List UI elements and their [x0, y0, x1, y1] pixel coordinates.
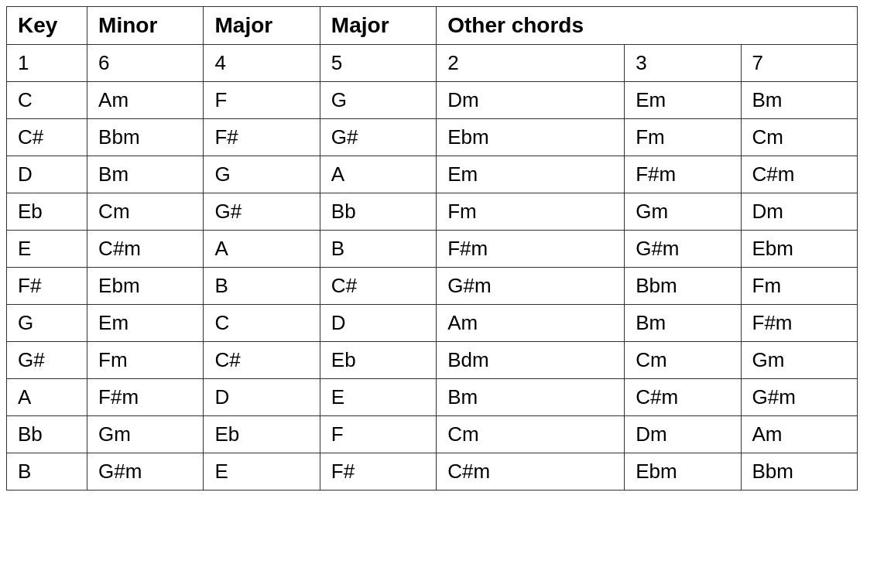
cell-key: G [7, 305, 87, 342]
cell-major2: F [320, 416, 436, 453]
col-header-major2: Major [320, 7, 436, 45]
cell-major2: B [320, 231, 436, 268]
cell-minor: C#m [87, 231, 204, 268]
cell-key: B [7, 453, 87, 491]
cell-major2: Eb [320, 342, 436, 379]
table-row: GEmCDAmBmF#m [7, 305, 858, 342]
cell-major1: B [204, 268, 320, 305]
cell-oc2: F#m [437, 231, 625, 268]
cell-oc3: Dm [625, 416, 741, 453]
cell-oc7: Am [741, 416, 857, 453]
cell-minor: Am [87, 82, 204, 119]
cell-key: E [7, 231, 87, 268]
cell-minor: Bbm [87, 119, 204, 156]
cell-oc3: Em [625, 82, 741, 119]
cell-oc2: C#m [437, 453, 625, 491]
subheader-5: 5 [320, 45, 436, 82]
cell-key: G# [7, 342, 87, 379]
cell-oc7: Ebm [741, 231, 857, 268]
subheader-6: 6 [87, 45, 204, 82]
table-row: CAmFGDmEmBm [7, 82, 858, 119]
subheader-key: 1 [7, 45, 87, 82]
cell-key: D [7, 156, 87, 193]
cell-oc2: Am [437, 305, 625, 342]
cell-oc7: Gm [741, 342, 857, 379]
subheader-4: 4 [204, 45, 320, 82]
cell-oc2: Bdm [437, 342, 625, 379]
cell-minor: Cm [87, 193, 204, 231]
table-row: EbCmG#BbFmGmDm [7, 193, 858, 231]
chord-table: Key Minor Major Major Other chords 1 6 4… [6, 6, 858, 491]
cell-oc3: Bm [625, 305, 741, 342]
cell-oc3: Bbm [625, 268, 741, 305]
table-row: BbGmEbFCmDmAm [7, 416, 858, 453]
cell-oc3: G#m [625, 231, 741, 268]
cell-key: C [7, 82, 87, 119]
cell-oc3: Gm [625, 193, 741, 231]
cell-oc7: F#m [741, 305, 857, 342]
cell-major1: E [204, 453, 320, 491]
col-header-other-chords: Other chords [437, 7, 858, 45]
header-row-1: Key Minor Major Major Other chords [7, 7, 858, 45]
table-row: F#EbmBC#G#mBbmFm [7, 268, 858, 305]
cell-oc2: Em [437, 156, 625, 193]
cell-minor: Bm [87, 156, 204, 193]
cell-major1: F# [204, 119, 320, 156]
cell-oc7: Bbm [741, 453, 857, 491]
cell-oc3: Fm [625, 119, 741, 156]
col-header-major1: Major [204, 7, 320, 45]
cell-oc2: Cm [437, 416, 625, 453]
table-row: BG#mEF#C#mEbmBbm [7, 453, 858, 491]
cell-major2: C# [320, 268, 436, 305]
cell-minor: Ebm [87, 268, 204, 305]
cell-major2: G [320, 82, 436, 119]
table-row: C#BbmF#G#EbmFmCm [7, 119, 858, 156]
cell-major2: A [320, 156, 436, 193]
chord-table-body: CAmFGDmEmBmC#BbmF#G#EbmFmCmDBmGAEmF#mC#m… [7, 82, 858, 491]
cell-oc7: G#m [741, 379, 857, 416]
cell-major1: G# [204, 193, 320, 231]
cell-major2: G# [320, 119, 436, 156]
table-row: DBmGAEmF#mC#m [7, 156, 858, 193]
cell-key: Eb [7, 193, 87, 231]
cell-oc2: G#m [437, 268, 625, 305]
cell-oc3: Cm [625, 342, 741, 379]
subheader-7: 7 [741, 45, 857, 82]
cell-oc2: Dm [437, 82, 625, 119]
cell-minor: G#m [87, 453, 204, 491]
subheader-3: 3 [625, 45, 741, 82]
table-row: EC#mABF#mG#mEbm [7, 231, 858, 268]
cell-key: Bb [7, 416, 87, 453]
col-header-minor: Minor [87, 7, 204, 45]
cell-minor: Fm [87, 342, 204, 379]
cell-oc2: Fm [437, 193, 625, 231]
cell-major1: C# [204, 342, 320, 379]
cell-oc7: C#m [741, 156, 857, 193]
cell-oc7: Dm [741, 193, 857, 231]
cell-major1: F [204, 82, 320, 119]
cell-oc3: Ebm [625, 453, 741, 491]
cell-major1: D [204, 379, 320, 416]
subheader-2: 2 [437, 45, 625, 82]
cell-major1: Eb [204, 416, 320, 453]
cell-oc2: Bm [437, 379, 625, 416]
cell-oc7: Bm [741, 82, 857, 119]
cell-oc3: C#m [625, 379, 741, 416]
cell-key: C# [7, 119, 87, 156]
cell-oc3: F#m [625, 156, 741, 193]
header-row-2: 1 6 4 5 2 3 7 [7, 45, 858, 82]
cell-key: A [7, 379, 87, 416]
cell-major2: D [320, 305, 436, 342]
cell-key: F# [7, 268, 87, 305]
cell-major1: G [204, 156, 320, 193]
cell-minor: Gm [87, 416, 204, 453]
cell-major1: A [204, 231, 320, 268]
cell-minor: Em [87, 305, 204, 342]
table-row: G#FmC#EbBdmCmGm [7, 342, 858, 379]
cell-major2: F# [320, 453, 436, 491]
cell-oc7: Fm [741, 268, 857, 305]
cell-major2: Bb [320, 193, 436, 231]
col-header-key: Key [7, 7, 87, 45]
cell-major2: E [320, 379, 436, 416]
cell-major1: C [204, 305, 320, 342]
